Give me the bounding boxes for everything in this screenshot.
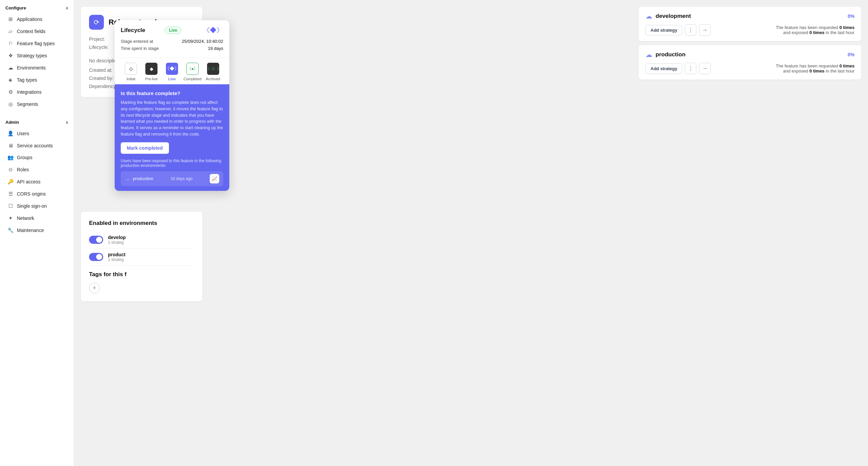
dev-more-icon[interactable]: ⋮ [685,24,696,36]
stage-completed[interactable]: 《●》 Completed [182,63,203,81]
feature-flag-types-icon: ⚐ [7,40,13,47]
completion-question: Is this feature complete? [121,90,223,96]
prod-more-icon[interactable]: ⋮ [685,63,696,74]
main-content: ⟳ Release toggle Project: personaldashbo… [74,0,868,466]
initial-label: Initial [127,77,136,81]
sidebar-item-strategy-types[interactable]: ❖Strategy types [2,50,72,62]
prod-add-strategy-button[interactable]: Add strategy [645,63,682,74]
integrations-icon: ⚙ [7,89,13,95]
admin-chevron-icon[interactable]: ∧ [65,120,68,125]
sidebar-item-cors-origins[interactable]: ☰CORS origins [2,188,72,200]
groups-icon: 👥 [7,154,13,161]
time-spent-label: Time spent in stage [121,46,159,51]
dev-toggle[interactable] [89,236,103,244]
sidebar-item-api-access[interactable]: 🔑API access [2,176,72,188]
applications-label: Applications [17,17,42,22]
sidebar-item-integrations[interactable]: ⚙Integrations [2,86,72,98]
production-env-row: ☁ production 10 days ago 📈 [121,171,223,186]
single-sign-on-icon: ☐ [7,203,13,209]
dev-arrow-icon[interactable]: → [699,24,711,36]
enabled-envs-card: Enabled in environments develop 1 strate… [81,212,202,301]
users-icon: 👤 [7,130,13,137]
admin-section-header: Admin ∧ [0,114,74,127]
sidebar-item-context-fields[interactable]: ▱Context fields [2,25,72,37]
groups-label: Groups [17,155,32,160]
feature-flag-types-label: Feature flag types [17,41,55,46]
stage-prelive[interactable]: ◆ Pre-live [141,63,162,81]
prod-toggle[interactable] [89,253,103,261]
sidebar-item-network[interactable]: ✦Network [2,212,72,224]
archived-icon: 《《》》 [207,63,219,75]
prod-toggle-row: product 1 strateg [89,249,194,266]
lifecycle-live-badge: Live [165,27,181,34]
exposed-section: Users have been exposed to this feature … [121,158,223,168]
initial-icon: ◇ [125,63,137,75]
completed-label: Completed [183,77,201,81]
maintenance-label: Maintenance [17,228,44,233]
development-env-card: ☁ development 0% Add strategy ⋮ → The fe… [639,7,861,41]
completed-icon: 《●》 [186,63,199,75]
add-tag-button[interactable]: + [89,283,100,293]
production-env-time: 10 days ago [171,176,193,181]
stage-live[interactable]: 《◆》 Live [162,63,182,81]
tags-title: Tags for this f [89,271,194,278]
context-fields-label: Context fields [17,29,46,34]
dev-env-name: development [656,13,691,20]
dev-cloud-icon: ☁ [645,12,652,20]
configure-chevron-icon[interactable]: ∧ [65,6,68,10]
dev-toggle-name: develop [108,235,126,240]
chart-icon[interactable]: 📈 [210,174,219,183]
sidebar-item-feature-flag-types[interactable]: ⚐Feature flag types [2,37,72,50]
lifecycle-popup-title: Lifecycle [121,27,145,34]
sidebar-item-tag-types[interactable]: ◈Tag types [2,74,72,86]
completion-description: Marking the feature flag as complete doe… [121,99,223,138]
dev-card-header: ☁ development 0% [645,12,855,20]
env-panel: ☁ development 0% Add strategy ⋮ → The fe… [639,7,861,84]
stage-archived[interactable]: 《《》》 Archived [203,63,223,81]
time-spent-value: 19 days [208,46,223,51]
roles-label: Roles [17,167,29,172]
service-accounts-icon: 🖥 [7,143,13,148]
stage-steps: ◇ Initial ◆ Pre-live 《◆》 Live 《●》 Comple… [115,58,229,84]
sidebar-item-users[interactable]: 👤Users [2,127,72,140]
service-accounts-label: Service accounts [17,143,53,148]
lifecycle-icon: 《◆》 [203,26,223,35]
sidebar-item-applications[interactable]: ⊞Applications [2,13,72,25]
production-cloud-icon: ☁ [125,175,130,182]
production-env-card: ☁ production 0% Add strategy ⋮ → The fea… [639,45,861,80]
enabled-envs-title: Enabled in environments [89,220,194,227]
sidebar-item-roles[interactable]: ⊙Roles [2,164,72,176]
segments-icon: ◎ [7,101,13,107]
sidebar-item-segments[interactable]: ◎Segments [2,98,72,110]
tag-types-label: Tag types [17,77,37,83]
cors-origins-icon: ☰ [7,191,13,197]
prelive-label: Pre-live [145,77,158,81]
prod-percent: 0% [848,52,855,57]
sidebar-item-groups[interactable]: 👥Groups [2,151,72,164]
prod-toggle-sub: 1 strateg [108,257,125,262]
sidebar-item-environments[interactable]: ☁Environments [2,62,72,74]
stage-entered-label: Stage entered at [121,39,153,44]
cors-origins-label: CORS origins [17,191,46,197]
lifecycle-popup: Lifecycle Live 《◆》 Stage entered at 25/0… [115,20,229,191]
dev-add-strategy-button[interactable]: Add strategy [645,25,682,35]
environments-icon: ☁ [7,65,13,71]
api-access-label: API access [17,179,40,184]
stage-entered-value: 25/09/2024, 10:40:02 [182,39,223,44]
prod-arrow-icon[interactable]: → [699,63,711,74]
dev-percent: 0% [848,13,855,19]
production-env-name: production [133,176,153,181]
strategy-types-label: Strategy types [17,53,47,58]
sidebar-item-service-accounts[interactable]: 🖥Service accounts [2,140,72,151]
lifecycle-popup-body: Stage entered at 25/09/2024, 10:40:02 Ti… [115,39,229,58]
prod-card-actions-row: Add strategy ⋮ → The feature has been re… [645,63,855,74]
dev-toggle-row: develop 1 strateg [89,231,194,249]
sidebar: Configure ∧ ⊞Applications▱Context fields… [0,0,74,466]
lifecycle-popup-header: Lifecycle Live 《◆》 [115,20,229,39]
prod-env-name: production [656,51,686,58]
configure-section-header: Configure ∧ [0,0,74,13]
mark-completed-button[interactable]: Mark completed [121,142,169,154]
sidebar-item-single-sign-on[interactable]: ☐Single sign-on [2,200,72,212]
sidebar-item-maintenance[interactable]: 🔧Maintenance [2,224,72,236]
stage-initial[interactable]: ◇ Initial [121,63,141,81]
